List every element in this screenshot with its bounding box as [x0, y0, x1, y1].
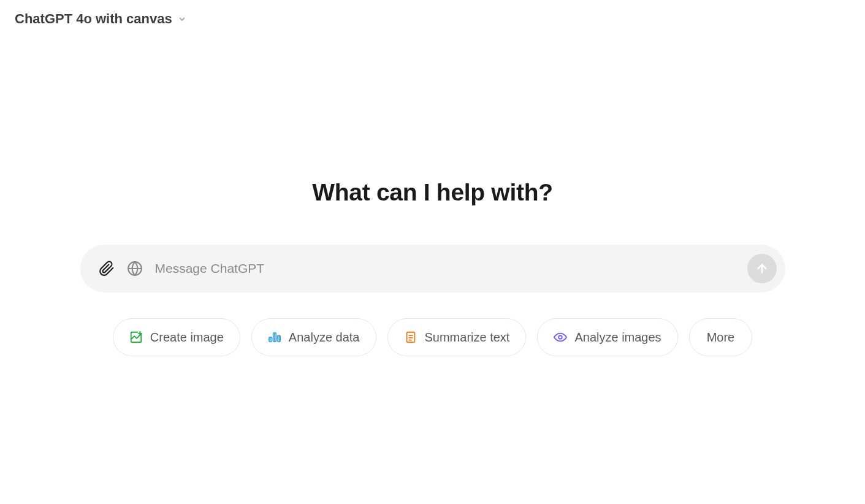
chevron-down-icon: [177, 14, 187, 24]
summarize-text-pill[interactable]: Summarize text: [387, 318, 527, 356]
analyze-data-label: Analyze data: [289, 330, 360, 345]
arrow-up-icon: [755, 262, 769, 275]
analyze-data-pill[interactable]: Analyze data: [251, 318, 376, 356]
create-image-pill[interactable]: Create image: [113, 318, 240, 356]
web-search-button[interactable]: [127, 261, 143, 277]
main-area: What can I help with?: [0, 179, 865, 356]
more-pill[interactable]: More: [689, 318, 753, 356]
paperclip-icon: [99, 261, 115, 277]
svg-point-12: [559, 335, 563, 339]
attach-file-button[interactable]: [99, 261, 115, 277]
bar-chart-icon: [268, 330, 281, 344]
globe-icon: [127, 261, 143, 277]
analyze-images-label: Analyze images: [574, 330, 661, 345]
message-input-container: [80, 245, 785, 292]
summarize-text-label: Summarize text: [425, 330, 510, 345]
analyze-images-pill[interactable]: Analyze images: [537, 318, 677, 356]
document-icon: [404, 330, 417, 344]
model-selector[interactable]: ChatGPT 4o with canvas: [15, 11, 187, 27]
more-label: More: [707, 330, 735, 345]
suggestion-pill-row: Create image Analyze data Summarize tex: [113, 318, 752, 356]
page-heading: What can I help with?: [312, 179, 552, 206]
image-icon: [129, 330, 143, 344]
input-left-icon-group: [99, 261, 143, 277]
app-header: ChatGPT 4o with canvas: [0, 0, 865, 38]
model-selector-label: ChatGPT 4o with canvas: [15, 11, 172, 27]
create-image-label: Create image: [150, 330, 224, 345]
message-input[interactable]: [155, 245, 747, 292]
eye-icon: [554, 330, 567, 344]
send-button[interactable]: [747, 254, 777, 283]
